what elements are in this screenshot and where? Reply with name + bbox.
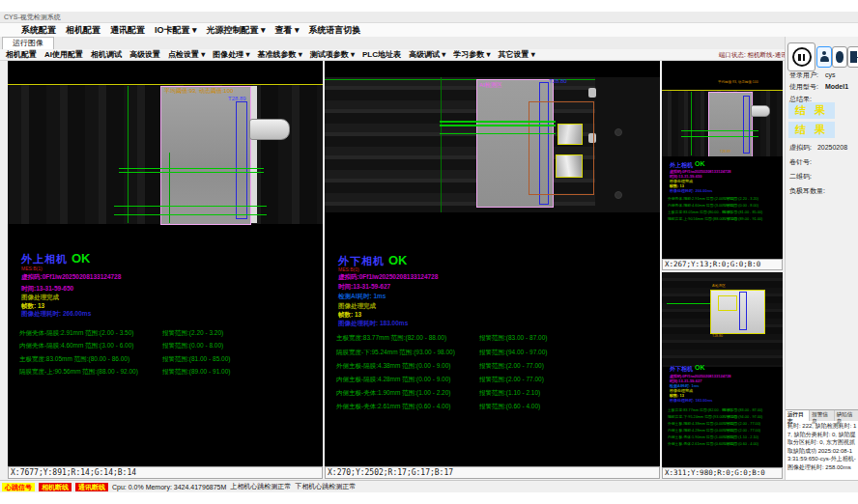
- camera-title: 外下相机: [670, 365, 693, 374]
- result-ok-text: OK: [695, 160, 705, 167]
- process-time-line: 图像处理耗时: 183.00ms: [338, 320, 408, 328]
- measure-result-row: 外侧主极-壳体:2.61mm 范围:(0.60 - 4.00)报警范围:(0.6…: [336, 403, 658, 411]
- measure-result-row: 内侧主极-壳体:1.90mm 范围:(1.00 - 2.20)报警范围:(1.1…: [668, 434, 782, 439]
- tool-learning-params[interactable]: 学习参数 ▾: [453, 49, 490, 60]
- fixture-screw: [615, 191, 622, 199]
- menu-comm-config[interactable]: 通讯配置: [110, 24, 145, 37]
- log-tab-defect[interactable]: 缺陷信息: [835, 410, 858, 421]
- measure-result-row: 主极宽度:83.05mm 范围:(80.00 - 86.00)报警范围:(81.…: [668, 210, 782, 214]
- camera-viewport-outer-top[interactable]: 平均阈值:93, 动态阈值:100 T28.89: [8, 61, 323, 249]
- pin-number-row: 卷针号:: [789, 157, 812, 167]
- user-icon: [820, 51, 829, 63]
- tool-advanced-settings[interactable]: 高级设置: [129, 49, 160, 60]
- blue-measure-tag: T28.80: [549, 78, 567, 84]
- camera-viewport-outer-bottom[interactable]: AI检测区 T28.80: [325, 61, 660, 254]
- app-window: CYS-视觉检测系统 系统配置 相机配置 通讯配置 IO卡配置 ▾ 光源控制配置…: [0, 0, 858, 504]
- measure-result-row: 外侧主极-隔膜:4.38mm 范围:(0.00 - 9.00)报警范围:(2.0…: [668, 421, 782, 426]
- electrode-tab-shape: [249, 119, 290, 140]
- tool-test-params[interactable]: 测试项参数 ▾: [310, 49, 355, 60]
- measure-roi-blue: [743, 96, 750, 154]
- pause-button[interactable]: [787, 42, 815, 71]
- pixel-coords-bar: X:267;Y:13;R:0;G:0;B:0: [662, 259, 783, 270]
- tool-advanced-debug[interactable]: 高级调试 ▾: [409, 49, 445, 60]
- mes-status-text: MES:B(0): [338, 266, 359, 272]
- measure-hline: [114, 214, 267, 215]
- menu-light-control-config[interactable]: 光源控制配置 ▾: [207, 24, 266, 37]
- guide-vline-short: [169, 153, 170, 223]
- pin-number-label: 卷针号:: [789, 158, 812, 165]
- camera-thumb-top-viewport[interactable]: 平均阈值:93, 动态阈值:100 T28.89: [662, 61, 783, 156]
- measure-hline: [119, 168, 264, 169]
- camera-thumb-bottom-viewport[interactable]: AI检测区 T28.80: [662, 272, 783, 367]
- barcode-line: 虚拟码:0Ff1iw20250208133124728: [338, 273, 438, 282]
- log-tabs: 运行日志 报警信息 缺陷信息: [786, 410, 858, 421]
- menu-camera-config[interactable]: 相机配置: [66, 24, 100, 37]
- tool-baseline-params[interactable]: 基准线参数 ▾: [258, 49, 302, 60]
- tab-row: 运行图像: [0, 37, 858, 50]
- menu-io-card-config[interactable]: IO卡配置 ▾: [155, 24, 197, 37]
- login-user-row: 登录用户: cys: [789, 70, 835, 80]
- measure-result-row: 隔膜宽度-下:95.24mm 范围:(93.00 - 98.00)报警范围:(9…: [668, 414, 782, 419]
- tab-run-image[interactable]: 运行图像: [2, 37, 54, 49]
- process-time-line: 图像处理耗时: 183.00ms: [670, 398, 712, 403]
- guide-vline: [128, 86, 129, 223]
- guide-vline: [691, 92, 692, 155]
- result-indicator-bottom: 结 果: [788, 122, 835, 138]
- measure-hline: [114, 206, 267, 207]
- tab-roi-yellow: [558, 124, 583, 145]
- camera-offline-badge: 相机断线: [39, 483, 72, 491]
- tool-other-settings[interactable]: 其它设置 ▾: [499, 49, 535, 60]
- threshold-overlay-label: 平均阈值:93, 动态阈值:100: [164, 87, 233, 96]
- measure-result-row: 主极宽度:83.77mm 范围:(82.00 - 88.00)报警范围:(83.…: [668, 407, 782, 412]
- menu-view[interactable]: 查看 ▾: [275, 24, 300, 37]
- log-text[interactable]: 耗时: 222, 缺陷检测耗时: 17, 缺陷分类耗时: 0, 缺陷提取分区耗时…: [786, 421, 858, 481]
- toolbar: 相机配置 AI使用配置 相机调试 高级设置 点检设置 ▾ 图像处理 ▾ 基准线参…: [0, 49, 785, 61]
- log-panel: 运行日志 报警信息 缺陷信息 耗时: 222, 缺陷检测耗时: 17, 缺陷分类…: [786, 409, 858, 481]
- mini-orange-tag: T28.80: [712, 334, 723, 338]
- menu-system-config[interactable]: 系统配置: [21, 24, 56, 37]
- lower-cam-heartbeat-text: 下相机心跳检测正常: [295, 482, 356, 491]
- camera-title: 外上相机: [21, 252, 68, 266]
- login-user-button[interactable]: [816, 46, 832, 68]
- tool-spot-check[interactable]: 点检设置 ▾: [168, 49, 205, 60]
- log-tab-alarm[interactable]: 报警信息: [810, 410, 834, 421]
- camera-panel-outer-top: 平均阈值:93, 动态阈值:100 T28.89 外上相机 OK MES:B(1…: [8, 61, 323, 479]
- tool-image-process[interactable]: 图像处理 ▾: [213, 49, 249, 60]
- lock-icon: [836, 51, 844, 63]
- pause-icon: [792, 47, 812, 67]
- electrode-tab-shape: [751, 105, 770, 117]
- inspect-roi-brown: [529, 101, 594, 195]
- measure-hline: [119, 172, 264, 173]
- status-bar: 心跳信号 相机断线 通讯断线 Cpu: 0.0% Memory: 3424.41…: [0, 480, 858, 492]
- tool-plc-address[interactable]: PLC地址表: [362, 49, 401, 60]
- menu-language-switch[interactable]: 系统语言切换: [309, 24, 361, 37]
- measure-result-row: 隔膜宽度-下:95.24mm 范围:(93.00 - 98.00)报警范围:(9…: [336, 349, 658, 357]
- barcode-row: 虚拟码: 20250208: [789, 143, 847, 153]
- tab-roi-yellow: [556, 154, 583, 178]
- cpu-memory-text: Cpu: 0.0% Memory: 3424.41796875M: [112, 484, 226, 490]
- lock-button[interactable]: [832, 46, 847, 68]
- mes-status-text: MES:B(1): [21, 266, 43, 271]
- log-tab-run[interactable]: 运行日志: [786, 410, 810, 421]
- measure-hline: [440, 133, 556, 134]
- comm-offline-badge: 通讯断线: [75, 483, 108, 491]
- exit-button[interactable]: ➜: [847, 46, 858, 68]
- exit-door-icon: ➜: [850, 51, 858, 63]
- measure-roi-blue: [236, 101, 247, 219]
- time-line: 时间:13-31-59-627: [338, 283, 390, 292]
- main-area: 平均阈值:93, 动态阈值:100 T28.89 外上相机 OK MES:B(1…: [0, 61, 858, 480]
- model-label: 使用型号:: [789, 83, 818, 90]
- result-ok-text: OK: [388, 253, 408, 267]
- ai-time-line: 检测AI耗时: 1ms: [338, 293, 386, 301]
- pixel-coords-bar: X:311;Y:980;R:0;G:0;B:0: [662, 467, 783, 479]
- pixel-coords-bar: X:7677;Y:891;R:14;G:14;B:14: [8, 466, 323, 479]
- tool-ai-use-config[interactable]: AI使用配置: [44, 49, 83, 60]
- tool-camera-config[interactable]: 相机配置: [6, 49, 37, 60]
- total-result-label: 总结果:: [789, 96, 812, 102]
- qr-code-row: 二维码:: [789, 172, 812, 182]
- measure-result-row: 外侧壳体-隔膜:2.91mm 范围:(2.00 - 3.50)报警范围:(2.2…: [19, 329, 321, 338]
- tool-camera-debug[interactable]: 相机调试: [91, 49, 122, 60]
- cell-edge-strip: [251, 86, 257, 223]
- measure-hline: [667, 303, 710, 304]
- measure-result-row: 内侧壳体-隔膜:4.60mm 范围:(3.00 - 6.00)报警范围:(0.0…: [668, 203, 782, 208]
